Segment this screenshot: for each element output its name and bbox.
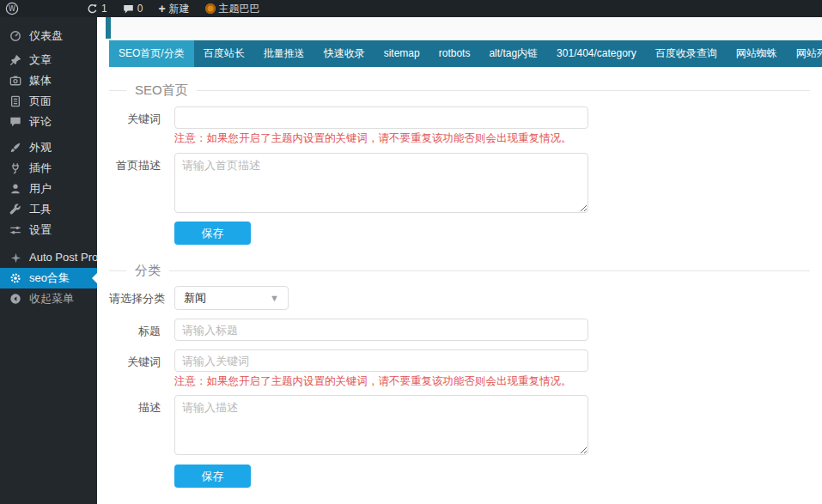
comments-count: 0: [137, 3, 143, 15]
sidebar-label: 外观: [29, 137, 52, 158]
tab-dead-links[interactable]: 网站死链: [787, 40, 822, 67]
admin-sidebar: 仪表盘 文章 媒体 页面 评论: [0, 17, 97, 504]
wrench-icon: [9, 203, 22, 216]
category-description-row: 描述: [109, 395, 810, 455]
section-title: 分类: [135, 263, 161, 279]
admin-bar: W 1 0 + 新建 主题巴巴: [0, 0, 822, 17]
pin-icon: [9, 54, 22, 66]
sidebar-item-users[interactable]: 用户: [0, 179, 97, 199]
section-header-category: 分类: [109, 261, 810, 280]
sidebar-label: 仪表盘: [29, 26, 63, 46]
sidebar-item-posts[interactable]: 文章: [0, 50, 97, 70]
brush-icon: [9, 142, 22, 154]
updates-count: 1: [101, 3, 107, 15]
sidebar-item-auto-post-pro[interactable]: Auto Post Pro: [0, 247, 97, 268]
tab-batch-push[interactable]: 批量推送: [254, 40, 314, 67]
wordpress-logo-icon[interactable]: W: [5, 2, 19, 15]
sidebar-item-seo-collection[interactable]: seo合集: [0, 268, 97, 288]
home-keyword-row: 关键词: [109, 106, 810, 129]
tab-baidu-inclusion-query[interactable]: 百度收录查询: [646, 40, 727, 67]
active-menu-arrow: [87, 273, 97, 283]
updates-indicator[interactable]: 1: [81, 0, 113, 17]
gear-icon: [9, 272, 22, 284]
sidebar-label: 媒体: [29, 70, 52, 91]
home-save-button[interactable]: 保存: [174, 222, 251, 245]
main-content: SEO首页/分类 百度站长 批量推送 快速收录 sitemap rotbots …: [97, 17, 822, 504]
category-description-textarea[interactable]: [174, 395, 588, 455]
sidebar-label: 页面: [29, 91, 52, 112]
home-description-textarea[interactable]: [174, 153, 588, 213]
category-select-value: 新闻: [184, 290, 206, 306]
site-name: 主题巴巴: [219, 2, 260, 16]
category-title-input[interactable]: [174, 319, 588, 341]
category-select-label: 请选择分类: [109, 286, 174, 307]
category-select[interactable]: 新闻 ▼: [174, 286, 289, 310]
sidebar-item-pages[interactable]: 页面: [0, 91, 97, 112]
new-label: 新建: [169, 2, 190, 16]
tab-fast-inclusion[interactable]: 快速收录: [314, 40, 374, 67]
dashboard-icon: [9, 30, 22, 42]
home-description-row: 首页描述: [109, 153, 810, 213]
chevron-down-icon: ▼: [270, 293, 279, 303]
category-keyword-label: 关键词: [109, 349, 174, 370]
sidebar-label: seo合集: [29, 268, 70, 288]
home-keyword-input[interactable]: [174, 106, 588, 129]
tab-robots[interactable]: rotbots: [429, 40, 480, 67]
sidebar-item-dashboard[interactable]: 仪表盘: [0, 26, 97, 46]
notice-strip: [106, 17, 822, 39]
sidebar-item-comments[interactable]: 评论: [0, 112, 97, 132]
sliders-icon: [9, 224, 22, 236]
site-link[interactable]: 主题巴巴: [199, 0, 266, 17]
category-description-label: 描述: [109, 395, 174, 416]
plus-icon: +: [158, 1, 165, 16]
sidebar-label: 用户: [29, 179, 52, 199]
home-keyword-note: 注意：如果您开启了主题内设置的关键词，请不要重复该功能否则会出现重复情况。: [174, 131, 810, 146]
category-save-button[interactable]: 保存: [174, 465, 251, 488]
comment-icon: [123, 3, 134, 15]
category-keyword-row: 关键词: [109, 349, 810, 372]
plug-icon: [9, 162, 22, 174]
category-title-row: 标题: [109, 319, 810, 341]
tab-301-404-category[interactable]: 301/404/category: [547, 40, 646, 67]
sidebar-item-media[interactable]: 媒体: [0, 70, 97, 91]
sidebar-item-plugins[interactable]: 插件: [0, 158, 97, 179]
sidebar-item-settings[interactable]: 设置: [0, 220, 97, 240]
auto-post-icon: [9, 252, 22, 264]
comments-indicator[interactable]: 0: [117, 0, 149, 17]
sidebar-item-collapse-menu[interactable]: 收起菜单: [0, 288, 97, 309]
theme-logo-icon: [205, 3, 216, 14]
category-select-row: 请选择分类 新闻 ▼: [109, 286, 810, 310]
tab-site-spider[interactable]: 网站蜘蛛: [727, 40, 787, 67]
update-icon: [87, 3, 98, 15]
camera-icon: [9, 75, 22, 87]
sidebar-label: 设置: [29, 220, 52, 240]
section-header-seo-home: SEO首页: [109, 81, 810, 100]
home-keyword-label: 关键词: [109, 106, 174, 127]
svg-text:W: W: [9, 5, 15, 13]
sidebar-item-tools[interactable]: 工具: [0, 199, 97, 220]
sidebar-label: 文章: [29, 50, 52, 70]
section-title: SEO首页: [135, 82, 188, 99]
new-content-button[interactable]: + 新建: [152, 0, 195, 17]
sidebar-label: 评论: [29, 112, 52, 132]
comment-icon: [9, 116, 22, 128]
sidebar-label: Auto Post Pro: [29, 247, 98, 268]
category-keyword-input[interactable]: [174, 349, 588, 372]
home-description-label: 首页描述: [109, 153, 174, 173]
tab-alt-tag-links[interactable]: alt/tag内链: [479, 40, 547, 67]
sidebar-label: 插件: [29, 158, 52, 179]
collapse-arrow-icon: [9, 293, 22, 305]
sidebar-label: 收起菜单: [29, 288, 74, 309]
page-icon: [9, 95, 22, 107]
category-keyword-note: 注意：如果您开启了主题内设置的关键词，请不要重复该功能否则会出现重复情况。: [174, 374, 810, 389]
tab-seo-home-category[interactable]: SEO首页/分类: [109, 40, 194, 67]
category-title-label: 标题: [109, 319, 174, 339]
tab-baidu-webmaster[interactable]: 百度站长: [194, 40, 254, 67]
tab-sitemap[interactable]: sitemap: [374, 40, 429, 67]
sidebar-label: 工具: [29, 199, 52, 220]
sidebar-item-appearance[interactable]: 外观: [0, 137, 97, 158]
user-icon: [9, 183, 22, 195]
seo-tab-bar: SEO首页/分类 百度站长 批量推送 快速收录 sitemap rotbots …: [109, 40, 822, 67]
